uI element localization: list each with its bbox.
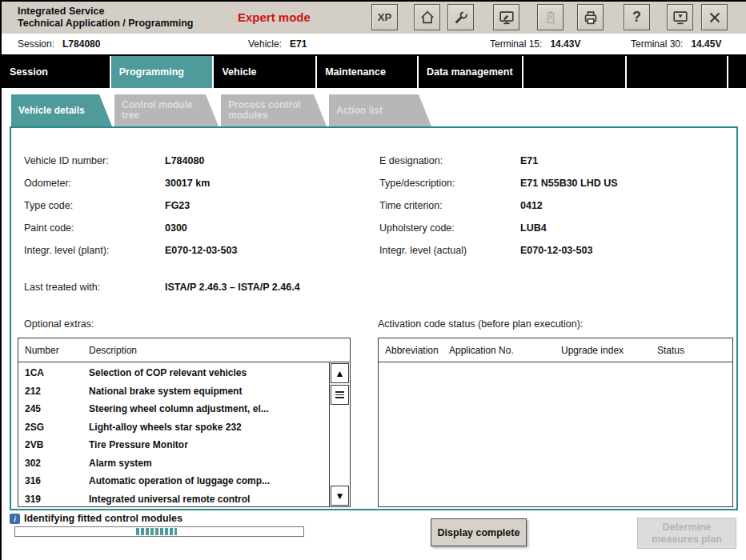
close-icon [706, 9, 724, 26]
app-title-line2: Technical Application / Programming [18, 18, 193, 30]
main-nav: Session Programming Vehicle Maintenance … [2, 56, 746, 88]
nav-blank-2 [627, 56, 728, 88]
scroll-thumb[interactable] [331, 385, 349, 405]
nav-tab-data-management[interactable]: Data management [419, 56, 523, 88]
progress-status-text: Identifying fitted control modules [24, 513, 182, 524]
nav-tab-maintenance[interactable]: Maintenance [317, 56, 419, 88]
row-description: Automatic operation of luggage comp... [89, 475, 327, 486]
subtab-process-control-modules[interactable]: Process control modules [221, 94, 327, 126]
field-upholstery-code: Upholstery code:LUB4 [379, 222, 547, 234]
field-label: Last treated with: [24, 282, 165, 293]
field-value: FG23 [165, 200, 190, 211]
terminal15-value: 14.43V [550, 38, 580, 50]
field-label: Integr. level (actual) [379, 245, 520, 256]
field-type-code: Type code:FG23 [24, 200, 190, 211]
row-description: Integrated universal remote control [89, 494, 327, 505]
display-edit-button[interactable] [493, 4, 519, 30]
nav-tab-programming[interactable]: Programming [111, 56, 215, 88]
field-time-criterion: Time criterion:0412 [379, 200, 543, 211]
title-bar: Integrated Service Technical Application… [2, 2, 746, 34]
vehicle-field: Vehicle:E71 [248, 38, 307, 50]
table-row: 302Alarm system [18, 454, 350, 473]
field-integr-level-plant: Integr. level (plant):E070-12-03-503 [24, 245, 237, 256]
field-value: L784080 [165, 155, 204, 166]
field-value: 0300 [165, 222, 187, 234]
field-label: Upholstery code: [379, 222, 520, 234]
scroll-track[interactable] [330, 406, 350, 485]
extras-scrollbar[interactable]: ▲ ▼ [329, 362, 350, 506]
subtab-vehicle-details[interactable]: Vehicle details [11, 94, 112, 126]
printer-icon [582, 9, 600, 26]
terminal30-label: Terminal 30: [631, 38, 683, 50]
battery-status-button[interactable] [537, 4, 564, 30]
progress-bar [14, 526, 304, 537]
screen-switch-button[interactable] [667, 4, 693, 30]
xp-button[interactable]: XP [371, 4, 398, 30]
determine-measures-plan-button[interactable]: Determine measures plan [637, 518, 736, 549]
field-value: E71 [520, 155, 538, 166]
field-label: E designation: [379, 155, 520, 166]
nav-tab-session[interactable]: Session [2, 56, 111, 88]
activation-status-title: Activation code status (before plan exec… [378, 318, 583, 330]
home-button[interactable] [414, 4, 440, 30]
app-title: Integrated Service Technical Application… [18, 6, 193, 30]
ista-app-window: Integrated Service Technical Application… [0, 0, 746, 560]
field-label: Integr. level (plant): [24, 245, 165, 256]
up-arrow-icon: ▲ [335, 368, 345, 379]
print-button[interactable] [577, 4, 604, 30]
activation-header: Abbreviation Application No. Upgrade ind… [379, 338, 732, 362]
field-value: ISTA/P 2.46.3 – ISTA/P 2.46.4 [165, 282, 300, 293]
row-number: 212 [25, 386, 89, 397]
field-vehicle-id: Vehicle ID number:L784080 [24, 155, 204, 166]
col-number: Number [18, 345, 89, 356]
vehicle-value: E71 [290, 38, 307, 50]
grip-icon [335, 391, 344, 398]
terminal15-field: Terminal 15:14.43V [490, 38, 580, 50]
field-label: Paint code: [24, 222, 165, 234]
row-number: 316 [25, 475, 89, 486]
nav-tab-vehicle[interactable]: Vehicle [214, 56, 317, 88]
col-status: Status [657, 345, 684, 356]
session-value: L784080 [62, 38, 100, 50]
table-row: 319Integrated universal remote control [18, 490, 350, 509]
row-number: 319 [25, 494, 89, 505]
field-label: Time criterion: [379, 200, 520, 211]
field-value: E070-12-03-503 [520, 245, 592, 256]
app-title-line1: Integrated Service [18, 6, 193, 18]
scroll-up-button[interactable]: ▲ [331, 363, 349, 383]
table-row: 2SGLight-alloy wheels star spoke 232 [18, 418, 350, 437]
optional-extras-header: Number Description [18, 338, 350, 362]
field-type-description: Type/description:E71 N55B30 LHD US [379, 178, 618, 189]
row-description: Steering wheel column adjustment, el... [89, 403, 327, 414]
scroll-down-button[interactable]: ▼ [331, 486, 349, 506]
subtab-action-list[interactable]: Action list [329, 94, 431, 126]
wrench-icon [452, 9, 470, 26]
col-abbreviation: Abbreviation [385, 345, 439, 356]
terminal30-value: 14.45V [691, 38, 721, 50]
row-number: 2VB [25, 439, 89, 450]
row-number: 302 [25, 458, 89, 469]
optional-extras-title: Optional extras: [24, 318, 94, 330]
row-description: Selection of COP relevant vehicles [89, 367, 327, 378]
field-integr-level-actual: Integr. level (actual)E070-12-03-503 [379, 245, 592, 256]
nav-blank-1 [523, 56, 628, 88]
optional-extras-table: Number Description 1CASelection of COP r… [18, 338, 351, 507]
monitor-edit-icon [498, 9, 515, 26]
screen-switch-icon [672, 9, 689, 26]
display-complete-button[interactable]: Display complete [431, 518, 527, 546]
session-status-bar: Session:L784080 Vehicle:E71 Terminal 15:… [2, 34, 746, 56]
expert-mode-label: Expert mode [238, 10, 311, 24]
field-value: E070-12-03-503 [165, 245, 237, 256]
col-application-no: Application No. [449, 345, 514, 356]
close-button[interactable] [701, 4, 728, 30]
table-row: 2VBTire Pressure Monitor [18, 436, 350, 454]
subtab-control-module-tree[interactable]: Control module tree [114, 94, 219, 126]
row-number: 1CA [25, 367, 89, 378]
down-arrow-icon: ▼ [335, 490, 345, 502]
home-icon [419, 9, 436, 26]
session-field: Session:L784080 [18, 38, 100, 50]
workshop-tools-button[interactable] [447, 4, 474, 30]
footer-bar: i Identifying fitted control modules Dis… [2, 510, 746, 560]
help-button[interactable]: ? [624, 4, 650, 30]
row-description: Alarm system [89, 458, 327, 469]
